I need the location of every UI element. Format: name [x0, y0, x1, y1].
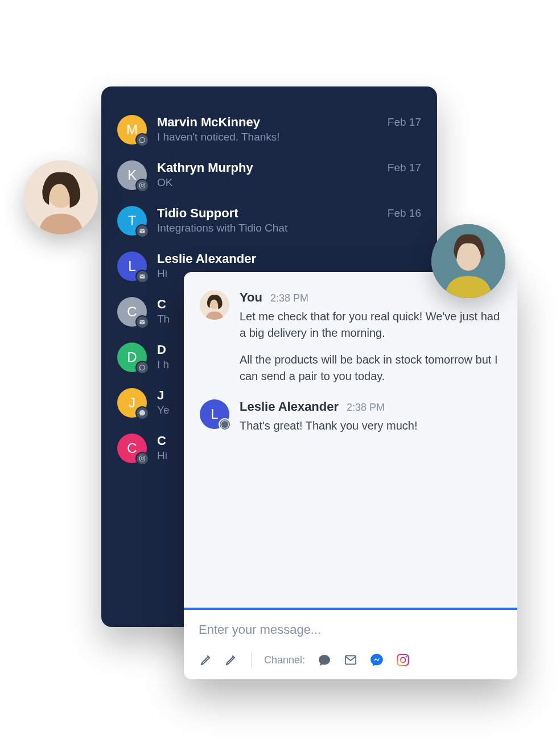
email-icon	[135, 270, 149, 283]
conversation-date: Feb 17	[388, 115, 421, 129]
whatsapp-icon	[219, 418, 231, 431]
message-avatar	[200, 290, 229, 320]
conversation-item[interactable]: MMarvin McKinneyI haven't noticed. Thank…	[117, 107, 421, 152]
email-channel-icon[interactable]	[343, 652, 359, 668]
message-time: 2:38 PM	[347, 402, 385, 414]
conversation-snippet: I haven't noticed. Thanks!	[157, 131, 377, 143]
svg-rect-6	[140, 456, 145, 461]
svg-point-17	[401, 658, 406, 663]
conversation-avatar: J	[117, 388, 147, 418]
message-input[interactable]	[199, 622, 503, 637]
whatsapp-icon	[135, 133, 149, 147]
instagram-icon	[135, 179, 149, 192]
conversation-snippet: Integrations with Tidio Chat	[157, 222, 377, 234]
chat-panel: You 2:38 PM Let me check that for you re…	[184, 272, 517, 679]
svg-rect-0	[140, 183, 145, 188]
pencil-icon[interactable]	[199, 653, 213, 667]
svg-rect-16	[397, 654, 409, 666]
message-avatar: L	[200, 399, 229, 429]
conversation-item[interactable]: KKathryn MurphyOKFeb 17	[117, 152, 421, 198]
svg-point-8	[143, 457, 144, 457]
svg-point-7	[141, 457, 143, 460]
conversation-date: Feb 17	[388, 160, 421, 174]
conversation-name: Tidio Support	[157, 206, 377, 221]
chat-input-area: Channel:	[184, 610, 517, 679]
message-sender: Leslie Alexander	[240, 399, 339, 414]
conversation-avatar: D	[117, 343, 147, 372]
email-icon	[135, 315, 149, 329]
conversation-avatar: C	[117, 297, 147, 327]
channel-label: Channel:	[264, 654, 305, 666]
message-sender: You	[240, 290, 262, 305]
conversation-name: Kathryn Murphy	[157, 160, 377, 175]
messenger-channel-icon[interactable]	[369, 652, 385, 668]
instagram-channel-icon[interactable]	[395, 652, 411, 668]
instagram-icon	[135, 452, 149, 465]
conversation-avatar: C	[117, 434, 147, 463]
svg-point-18	[405, 656, 407, 658]
conversation-avatar: M	[117, 115, 147, 145]
messenger-icon	[135, 406, 149, 420]
conversation-date: Feb 16	[388, 206, 421, 220]
toolbar-separator	[251, 652, 252, 668]
message-text: That's great! Thank you very much!	[240, 418, 501, 434]
conversation-name: Leslie Alexander	[157, 251, 411, 266]
pencil-icon[interactable]	[224, 653, 238, 667]
chat-channel-icon[interactable]	[316, 652, 332, 668]
conversation-snippet: OK	[157, 176, 377, 189]
chat-messages-area: You 2:38 PM Let me check that for you re…	[184, 272, 517, 608]
operator-avatar	[24, 160, 98, 234]
email-icon	[135, 224, 149, 238]
conversation-avatar: L	[117, 251, 147, 281]
customer-avatar	[431, 224, 505, 298]
message-time: 2:38 PM	[270, 292, 308, 304]
chat-message: L Leslie Alexander 2:38 PM That's great!…	[200, 399, 501, 434]
conversation-avatar: T	[117, 206, 147, 236]
conversation-item[interactable]: TTidio SupportIntegrations with Tidio Ch…	[117, 198, 421, 244]
conversation-avatar: K	[117, 160, 147, 190]
conversation-name: Marvin McKinney	[157, 115, 377, 130]
whatsapp-icon	[135, 361, 149, 374]
svg-point-1	[141, 184, 143, 187]
chat-message: You 2:38 PM Let me check that for you re…	[200, 290, 501, 385]
svg-point-2	[143, 184, 144, 184]
message-text: Let me check that for you real quick! We…	[240, 308, 501, 385]
chat-toolbar: Channel:	[199, 652, 503, 668]
